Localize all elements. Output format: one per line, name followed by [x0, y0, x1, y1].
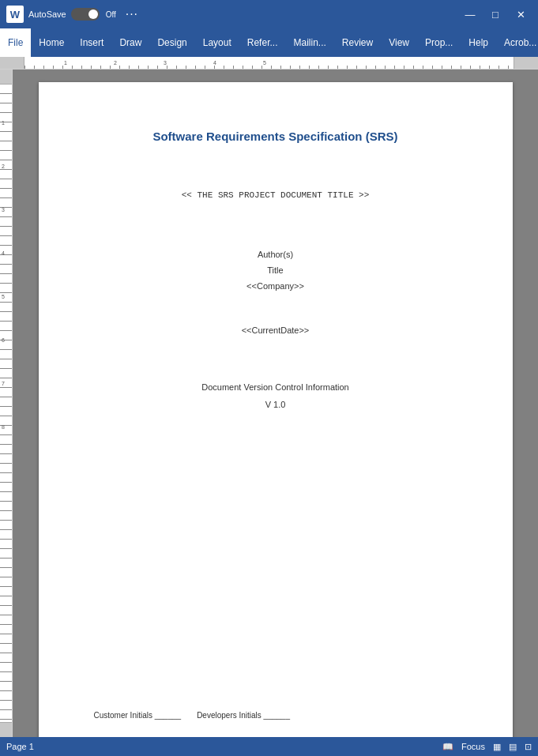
project-title: << THE SRS PROJECT DOCUMENT TITLE >>	[182, 190, 370, 200]
status-bar-right: 📖 Focus ▦ ▤ ⊡	[442, 742, 532, 752]
tab-view[interactable]: View	[381, 28, 417, 57]
ribbon: File Home Insert Draw Design Layout Refe…	[0, 28, 538, 57]
customer-initials: Customer Initials ______	[94, 711, 182, 720]
focus-button[interactable]: Focus	[461, 742, 485, 751]
document-area[interactable]: Software Requirements Specification (SRS…	[13, 70, 538, 737]
version-number: V 1.0	[265, 400, 286, 409]
ruler-content: 1 2 3 4 5	[24, 57, 514, 69]
tab-review[interactable]: Review	[334, 28, 381, 57]
tab-help[interactable]: Help	[461, 28, 496, 57]
title-bar-right: — □ ✕	[459, 3, 532, 25]
minimize-button[interactable]: —	[459, 3, 481, 25]
tab-file[interactable]: File	[0, 28, 31, 57]
initials-section: Customer Initials ______ Developers Init…	[94, 711, 457, 720]
tab-references[interactable]: Refer...	[239, 28, 286, 57]
ruler-right-margin	[514, 57, 538, 69]
print-layout-button[interactable]: ▤	[509, 742, 517, 752]
toggle-knob	[88, 9, 98, 19]
version-control-label: Document Version Control Information	[201, 382, 348, 392]
document-title: Software Requirements Specification (SRS…	[152, 130, 397, 143]
title-bar: W AutoSave Off ··· — □ ✕	[0, 0, 538, 28]
tab-layout[interactable]: Layout	[195, 28, 239, 57]
web-layout-button[interactable]: ⊡	[525, 742, 532, 752]
tab-mailings[interactable]: Mailin...	[285, 28, 333, 57]
read-mode-button[interactable]: 📖	[442, 742, 453, 752]
horizontal-ruler: 1 2 3 4 5	[0, 57, 538, 70]
tab-draw[interactable]: Draw	[111, 28, 149, 57]
read-mode-icon: 📖	[442, 742, 453, 752]
word-logo: W	[6, 6, 24, 23]
title-bar-left: W AutoSave Off ···	[6, 3, 459, 25]
ruler-body: 1 2 3 4 5	[0, 57, 538, 69]
ruler-left-margin	[0, 57, 24, 69]
developers-initials: Developers Initials ______	[197, 711, 290, 720]
autosave-toggle[interactable]	[71, 8, 100, 21]
status-bar: Page 1 📖 Focus ▦ ▤ ⊡	[0, 737, 538, 756]
maximize-button[interactable]: □	[484, 3, 506, 25]
document-page: Software Requirements Specification (SRS…	[39, 82, 513, 737]
main-area: 1 2 3 4 5 6 7 8 Software Requirements Sp…	[0, 70, 538, 737]
tab-insert[interactable]: Insert	[72, 28, 111, 57]
document-meta: Author(s) Title <<Company>>	[246, 247, 304, 294]
toggle-state-label: Off	[106, 10, 116, 19]
document-date: <<CurrentDate>>	[242, 325, 310, 335]
tab-design[interactable]: Design	[149, 28, 194, 57]
vertical-ruler: 1 2 3 4 5 6 7 8	[0, 70, 13, 737]
tab-acrobat[interactable]: Acrob...	[496, 28, 538, 57]
more-options-button[interactable]: ···	[121, 3, 143, 25]
autosave-label: AutoSave	[28, 9, 66, 19]
focus-label: Focus	[461, 742, 485, 751]
page-count: Page 1	[6, 742, 34, 751]
title-field: Title	[246, 263, 304, 279]
layout-button[interactable]: ▦	[493, 742, 501, 752]
tab-proofing[interactable]: Prop...	[417, 28, 461, 57]
company-field: <<Company>>	[246, 279, 304, 295]
tab-home[interactable]: Home	[31, 28, 72, 57]
author-field: Author(s)	[246, 247, 304, 263]
ribbon-tabs: File Home Insert Draw Design Layout Refe…	[0, 28, 538, 57]
close-button[interactable]: ✕	[510, 3, 532, 25]
